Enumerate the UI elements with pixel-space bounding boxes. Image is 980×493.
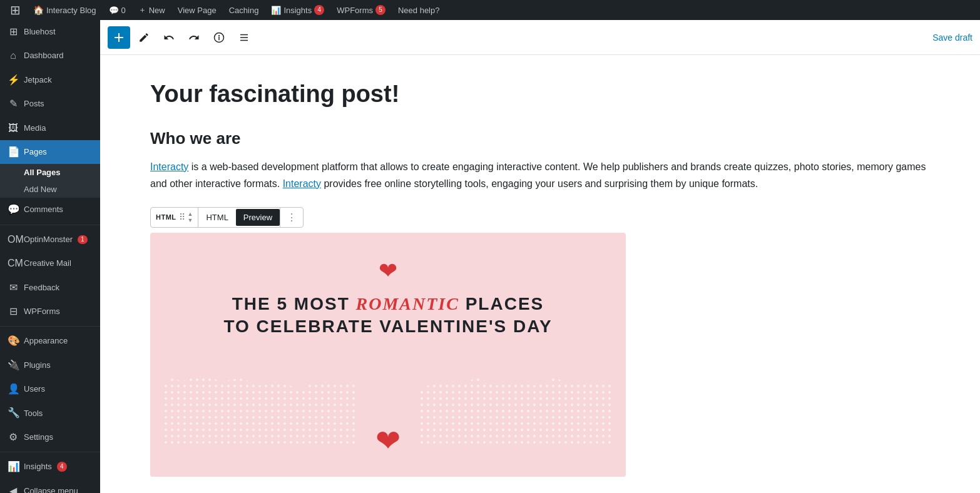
home-icon: 🏠 [33, 5, 44, 15]
sidebar-item-collapse[interactable]: ◀ Collapse menu [0, 479, 100, 493]
creative-mail-icon: CM [8, 257, 19, 270]
help-label: Need help? [398, 6, 440, 15]
sidebar-divider-1 [0, 225, 100, 225]
html-tab-button[interactable]: HTML [198, 209, 235, 226]
sub-item-add-new[interactable]: Add New [0, 181, 100, 198]
sidebar: ⊞ Bluehost ⌂ Dashboard ⚡ Jetpack ✎ Posts… [0, 20, 100, 493]
sidebar-item-plugins[interactable]: 🔌 Plugins [0, 353, 100, 377]
redo-icon [188, 32, 200, 43]
undo-button[interactable] [158, 26, 180, 49]
collapse-icon: ◀ [8, 484, 19, 493]
sidebar-item-dashboard[interactable]: ⌂ Dashboard [0, 44, 100, 68]
heart-bottom-icon: ❤ [375, 423, 401, 458]
sidebar-item-comments[interactable]: 💬 Comments [0, 198, 100, 221]
sidebar-item-media[interactable]: 🖼 Media [0, 116, 100, 140]
wp-logo-item[interactable]: ⊞ [5, 0, 26, 20]
comments-item[interactable]: 💬 0 [104, 0, 131, 20]
valentine-world-map: ❤ [163, 352, 613, 452]
plus-icon [111, 30, 126, 45]
info-icon [213, 32, 225, 43]
sidebar-feedback-label: Feedback [24, 282, 59, 293]
optinmonster-badge: 1 [78, 235, 88, 244]
map-dots-left [163, 370, 357, 445]
sidebar-item-users[interactable]: 👤 Users [0, 377, 100, 401]
sidebar-item-wpforms[interactable]: ⊟ WPForms [0, 300, 100, 323]
html-block-toolbar: HTML ⠿ ▲ ▼ HTML Preview ⋮ [150, 207, 304, 228]
sidebar-plugins-label: Plugins [24, 360, 51, 371]
interacty-link-1[interactable]: Interacty [150, 161, 188, 172]
sidebar-appearance-label: Appearance [24, 335, 68, 347]
valentine-card-block: ❤ THE 5 MOST ROMANTIC PLACES TO CELEBRAT… [150, 233, 626, 477]
new-item[interactable]: ＋ New [133, 0, 170, 20]
editor-content[interactable]: Your fascinating post! Who we are Intera… [100, 55, 980, 493]
wpforms-admin-item[interactable]: WPForms 5 [332, 0, 390, 20]
editor-toolbar: Save draft [100, 20, 980, 55]
chart-icon: 📊 [271, 6, 281, 15]
list-view-button[interactable] [233, 26, 255, 49]
comment-icon: 💬 [109, 6, 119, 15]
html-block-more-button[interactable]: ⋮ [280, 208, 303, 227]
sidebar-item-jetpack[interactable]: ⚡ Jetpack [0, 68, 100, 92]
media-icon: 🖼 [8, 121, 19, 135]
sidebar-divider-3 [0, 452, 100, 452]
help-item[interactable]: Need help? [393, 0, 445, 20]
wpforms-admin-label: WPForms [337, 6, 373, 15]
dashboard-icon: ⌂ [8, 49, 19, 63]
sidebar-item-feedback[interactable]: ✉ Feedback [0, 276, 100, 300]
html-block-tabs: HTML Preview [198, 209, 280, 226]
sidebar-item-bluehost[interactable]: ⊞ Bluehost [0, 20, 100, 44]
block-heading-who-we-are[interactable]: Who we are [150, 129, 930, 148]
title-places: PLACES [466, 294, 544, 313]
comments-count: 0 [121, 6, 126, 15]
view-page-item[interactable]: View Page [173, 0, 222, 20]
caching-item[interactable]: Caching [224, 0, 264, 20]
wpforms-sidebar-icon: ⊟ [8, 305, 19, 318]
sidebar-optinmonster-label: OptinMonster [24, 234, 73, 245]
preview-tab-button[interactable]: Preview [236, 209, 280, 226]
appearance-icon: 🎨 [8, 334, 19, 348]
sidebar-item-optinmonster[interactable]: OM OptinMonster 1 [0, 228, 100, 252]
redo-button[interactable] [183, 26, 205, 49]
all-pages-label: All Pages [24, 168, 61, 177]
paragraph-text-2: provides free online storytelling tools,… [321, 178, 758, 189]
wpforms-admin-badge: 5 [375, 5, 385, 15]
sub-item-all-pages[interactable]: All Pages [0, 164, 100, 181]
html-block-label: HTML [156, 213, 176, 221]
insights-admin-label: Insights [283, 6, 312, 15]
arrow-up-icon[interactable]: ▲ [188, 211, 193, 217]
sidebar-item-pages[interactable]: 📄 Pages [0, 140, 100, 164]
arrow-down-icon[interactable]: ▼ [188, 218, 193, 223]
site-name: Interacty Blog [46, 6, 96, 15]
block-arrow-group[interactable]: ▲ ▼ [188, 211, 193, 223]
sidebar-bluehost-label: Bluehost [24, 26, 56, 38]
save-draft-button[interactable]: Save draft [932, 33, 972, 43]
jetpack-icon: ⚡ [8, 73, 19, 87]
sidebar-dashboard-label: Dashboard [24, 50, 64, 61]
sidebar-tools-label: Tools [24, 408, 43, 419]
sidebar-item-insights[interactable]: 📊 Insights 4 [0, 455, 100, 479]
add-block-button[interactable] [108, 26, 130, 49]
insights-admin-badge: 4 [314, 5, 324, 15]
editor-area: Save draft Your fascinating post! Who we… [100, 20, 980, 493]
bluehost-icon: ⊞ [8, 25, 19, 39]
tools-mode-button[interactable] [133, 26, 155, 49]
pencil-icon [138, 32, 150, 43]
sidebar-item-settings[interactable]: ⚙ Settings [0, 425, 100, 449]
pages-icon: 📄 [8, 145, 19, 159]
site-name-item[interactable]: 🏠 Interacty Blog [28, 0, 101, 20]
pages-submenu: All Pages Add New [0, 164, 100, 198]
sidebar-item-creative-mail[interactable]: CM Creative Mail [0, 252, 100, 275]
interacty-link-2[interactable]: Interacty [283, 178, 321, 189]
heart-top-icon: ❤ [163, 258, 613, 284]
details-button[interactable] [208, 26, 230, 49]
sidebar-insights-label: Insights [24, 461, 52, 472]
sidebar-item-posts[interactable]: ✎ Posts [0, 92, 100, 116]
drag-handle-icon: ⠿ [179, 212, 185, 222]
insights-admin-item[interactable]: 📊 Insights 4 [266, 0, 329, 20]
post-title[interactable]: Your fascinating post! [150, 80, 930, 109]
sidebar-item-tools[interactable]: 🔧 Tools [0, 401, 100, 425]
sidebar-item-appearance[interactable]: 🎨 Appearance [0, 329, 100, 353]
add-new-label: Add New [24, 185, 57, 194]
sidebar-comments-label: Comments [24, 204, 63, 215]
more-options-icon: ⋮ [287, 212, 297, 223]
